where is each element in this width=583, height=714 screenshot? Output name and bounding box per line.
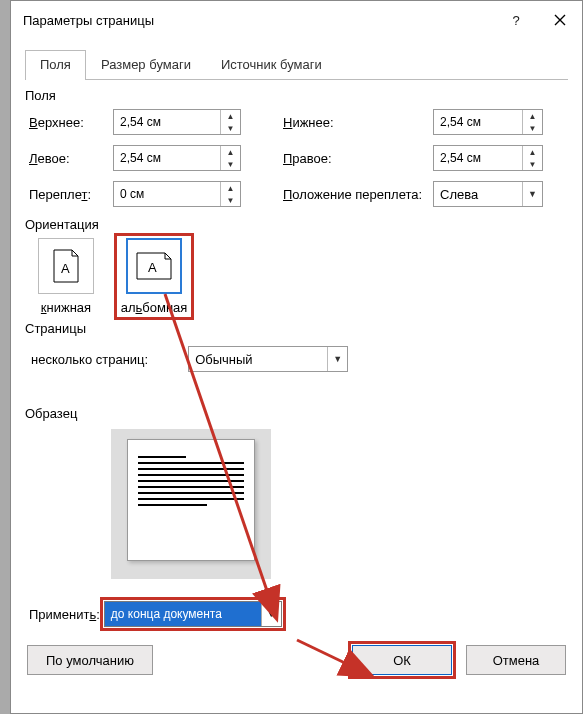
page-setup-dialog: Параметры страницы ? Поля Размер бумаги … — [10, 0, 583, 714]
label-apply-to: Применить: — [29, 607, 100, 622]
chevron-down-icon[interactable]: ▼ — [327, 347, 347, 371]
chevron-down-icon[interactable]: ▼ — [522, 182, 542, 206]
spin-up-icon[interactable]: ▲ — [523, 110, 542, 122]
margin-bottom-field[interactable] — [434, 110, 522, 134]
set-defaults-button[interactable]: По умолчанию — [27, 645, 153, 675]
group-pages-label: Страницы — [25, 321, 568, 336]
tab-margins[interactable]: Поля — [25, 50, 86, 80]
tab-paper-source[interactable]: Источник бумаги — [206, 50, 337, 80]
label-top: Верхнее: — [29, 115, 113, 130]
label-multiple-pages: несколько страниц: — [31, 352, 148, 367]
chevron-down-icon[interactable]: ▼ — [261, 602, 281, 626]
ok-button[interactable]: ОК — [352, 645, 452, 675]
group-orientation-label: Ориентация — [25, 217, 568, 232]
spin-down-icon[interactable]: ▼ — [221, 194, 240, 206]
margin-left-field[interactable] — [114, 146, 220, 170]
svg-text:A: A — [61, 261, 70, 276]
apply-to-select[interactable]: до конца документа ▼ — [104, 601, 282, 627]
tab-bar: Поля Размер бумаги Источник бумаги — [25, 49, 568, 80]
orientation-landscape-label: альбомная — [121, 300, 188, 315]
label-right: Правое: — [283, 151, 433, 166]
preview-area — [111, 429, 271, 579]
spin-down-icon[interactable]: ▼ — [221, 158, 240, 170]
dialog-title: Параметры страницы — [23, 13, 494, 28]
help-button[interactable]: ? — [494, 2, 538, 38]
group-margins-label: Поля — [25, 88, 568, 103]
gutter-input[interactable]: ▲▼ — [113, 181, 241, 207]
margin-right-input[interactable]: ▲▼ — [433, 145, 543, 171]
margin-left-input[interactable]: ▲▼ — [113, 145, 241, 171]
margin-top-field[interactable] — [114, 110, 220, 134]
spin-up-icon[interactable]: ▲ — [221, 110, 240, 122]
gutter-position-value: Слева — [434, 182, 522, 206]
label-gutter-position: Положение переплета: — [283, 187, 433, 202]
spin-up-icon[interactable]: ▲ — [221, 182, 240, 194]
cancel-button[interactable]: Отмена — [466, 645, 566, 675]
multiple-pages-value: Обычный — [189, 347, 327, 371]
margin-bottom-input[interactable]: ▲▼ — [433, 109, 543, 135]
landscape-icon: A — [126, 238, 182, 294]
orientation-landscape[interactable]: A альбомная — [119, 238, 189, 315]
margin-right-field[interactable] — [434, 146, 522, 170]
spin-down-icon[interactable]: ▼ — [221, 122, 240, 134]
multiple-pages-select[interactable]: Обычный ▼ — [188, 346, 348, 372]
tab-paper-size[interactable]: Размер бумаги — [86, 50, 206, 80]
group-preview-label: Образец — [25, 406, 568, 421]
gutter-field[interactable] — [114, 182, 220, 206]
portrait-icon: A — [38, 238, 94, 294]
margin-top-input[interactable]: ▲▼ — [113, 109, 241, 135]
close-button[interactable] — [538, 2, 582, 38]
titlebar: Параметры страницы ? — [11, 1, 582, 39]
preview-page-icon — [127, 439, 255, 561]
label-left: Левое: — [29, 151, 113, 166]
spin-down-icon[interactable]: ▼ — [523, 122, 542, 134]
label-bottom: Нижнее: — [283, 115, 433, 130]
spin-down-icon[interactable]: ▼ — [523, 158, 542, 170]
spin-up-icon[interactable]: ▲ — [523, 146, 542, 158]
svg-text:A: A — [148, 260, 157, 275]
orientation-portrait-label: книжная — [41, 300, 91, 315]
apply-to-value: до конца документа — [105, 602, 261, 626]
label-gutter: Переплет: — [29, 187, 113, 202]
close-icon — [554, 14, 566, 26]
gutter-position-select[interactable]: Слева ▼ — [433, 181, 543, 207]
orientation-portrait[interactable]: A книжная — [31, 238, 101, 315]
spin-up-icon[interactable]: ▲ — [221, 146, 240, 158]
